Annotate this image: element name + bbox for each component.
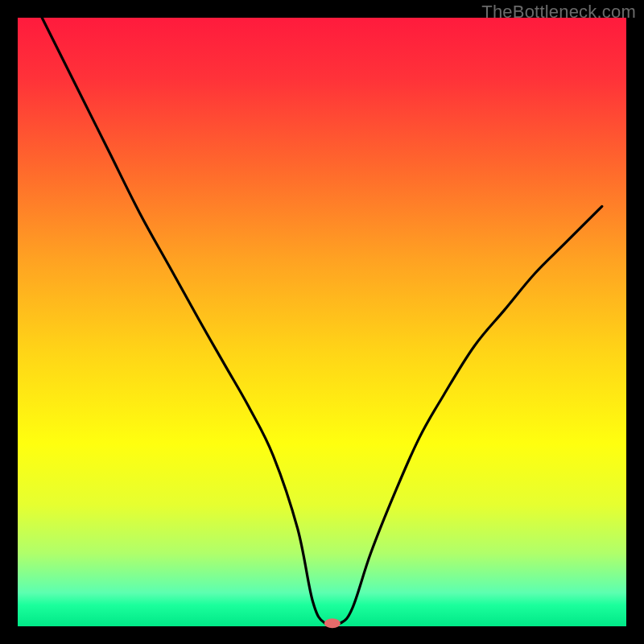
optimum-marker bbox=[324, 618, 341, 628]
watermark-text: TheBottleneck.com bbox=[481, 2, 636, 23]
chart-frame: TheBottleneck.com bbox=[0, 0, 644, 644]
gradient-background bbox=[18, 18, 626, 626]
bottleneck-chart bbox=[0, 0, 644, 644]
